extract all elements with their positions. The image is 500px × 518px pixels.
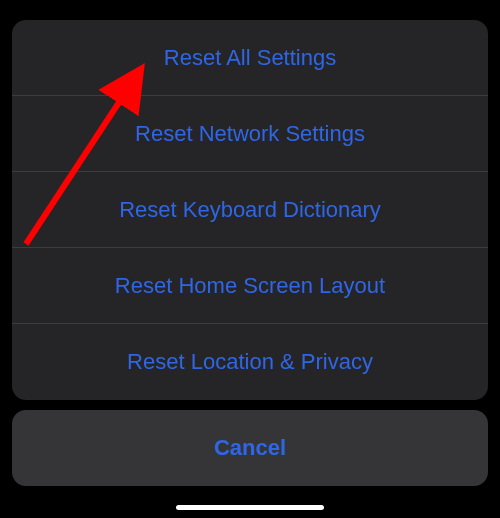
cancel-button[interactable]: Cancel bbox=[12, 410, 488, 486]
option-label: Reset Location & Privacy bbox=[127, 349, 373, 375]
reset-location-privacy-option[interactable]: Reset Location & Privacy bbox=[12, 324, 488, 400]
option-label: Reset Network Settings bbox=[135, 121, 365, 147]
home-indicator bbox=[176, 505, 324, 510]
reset-all-settings-option[interactable]: Reset All Settings bbox=[12, 20, 488, 96]
option-group: Reset All Settings Reset Network Setting… bbox=[12, 20, 488, 400]
option-label: Reset Home Screen Layout bbox=[115, 273, 385, 299]
cancel-label: Cancel bbox=[214, 435, 286, 461]
option-label: Reset Keyboard Dictionary bbox=[119, 197, 381, 223]
option-label: Reset All Settings bbox=[164, 45, 336, 71]
action-sheet: Reset All Settings Reset Network Setting… bbox=[12, 20, 488, 486]
reset-network-settings-option[interactable]: Reset Network Settings bbox=[12, 96, 488, 172]
reset-keyboard-dictionary-option[interactable]: Reset Keyboard Dictionary bbox=[12, 172, 488, 248]
reset-home-screen-layout-option[interactable]: Reset Home Screen Layout bbox=[12, 248, 488, 324]
